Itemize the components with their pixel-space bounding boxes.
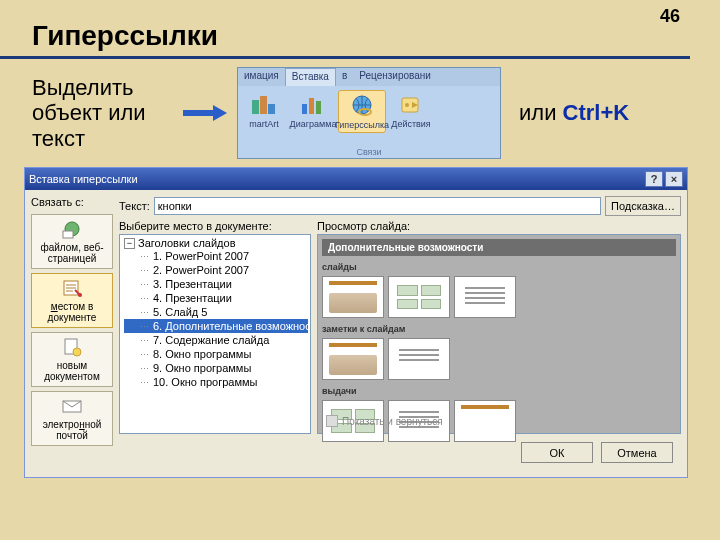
tree-item[interactable]: 5. Слайд 5 [124,305,308,319]
svg-point-13 [78,293,82,297]
svg-rect-5 [316,101,321,114]
page-number: 46 [660,6,680,27]
preview-section: выдачи [322,386,676,396]
smartart-icon [250,92,278,118]
ribbon-chart-button[interactable]: Диаграмма [289,90,337,131]
actions-icon [397,92,425,118]
ribbon-smartart-button[interactable]: martArt [240,90,288,131]
svg-rect-2 [268,104,275,114]
dialog-titlebar: Вставка гиперссылки ? × [25,168,687,190]
preview-label: Просмотр слайда: [317,220,681,232]
tree-item[interactable]: 7. Содержание слайда [124,333,308,347]
ribbon-group-label: Связи [238,147,500,157]
ribbon-hyperlink-button[interactable]: Гиперссылка [338,90,386,133]
slide-preview: Дополнительные возможности слайды заметк… [317,234,681,434]
link-file-web-button[interactable]: файлом, веб-страницей [31,214,113,269]
ribbon-tab-active[interactable]: Вставка [285,68,336,86]
chart-icon [299,92,327,118]
hint-button[interactable]: Подсказка… [605,196,681,216]
thumb [454,276,516,318]
ribbon-label: Гиперссылка [335,121,389,130]
link-email-button[interactable]: электронной почтой [31,391,113,446]
text-label: Текст: [119,200,150,212]
ok-button[interactable]: ОК [521,442,593,463]
shortcut-key: Ctrl+K [563,100,630,125]
shortcut-text: или Ctrl+K [519,100,629,126]
svg-point-9 [405,103,409,107]
show-return-row: Показать и вернуться [326,415,443,427]
tree-item[interactable]: 4. Презентации [124,291,308,305]
ribbon-label: martArt [249,120,279,129]
show-return-label: Показать и вернуться [342,416,443,427]
ribbon-label: Действия [391,120,430,129]
dialog-title: Вставка гиперссылки [29,173,138,185]
text-input[interactable] [154,197,601,215]
svg-rect-11 [63,231,73,238]
svg-rect-0 [252,100,259,114]
ribbon-tab[interactable]: в [336,68,353,86]
hyperlink-icon [348,93,376,119]
svg-point-15 [73,348,81,356]
cancel-button[interactable]: Отмена [601,442,673,463]
tree-item[interactable]: 2. PowerPoint 2007 [124,263,308,277]
help-button[interactable]: ? [645,171,663,187]
preview-section: заметки к слайдам [322,324,676,334]
thumb [388,276,450,318]
thumb [388,338,450,380]
svg-rect-3 [302,104,307,114]
preview-section: слайды [322,262,676,272]
file-web-icon [61,219,83,239]
tree-item[interactable]: 10. Окно программы [124,375,308,389]
ribbon-label: Диаграмма [290,120,337,129]
ribbon-actions-button[interactable]: Действия [387,90,435,131]
show-return-checkbox[interactable] [326,415,338,427]
link-newdoc-button[interactable]: новым документом [31,332,113,387]
tree-item[interactable]: 8. Окно программы [124,347,308,361]
hyperlink-dialog: Вставка гиперссылки ? × Связать с: файло… [24,167,688,478]
thumb [322,276,384,318]
ribbon: имация Вставка в Рецензировани martArt Д… [237,67,501,159]
ribbon-tab[interactable]: Рецензировани [353,68,437,86]
svg-rect-1 [260,96,267,114]
preview-title: Дополнительные возможности [322,239,676,256]
tree-root[interactable]: − Заголовки слайдов [124,237,308,249]
tree-item[interactable]: 3. Презентации [124,277,308,291]
newdoc-icon [61,337,83,357]
arrow-icon [183,106,231,120]
instruction-text: Выделить объект или текст [32,75,177,151]
link-to-label: Связать с: [31,196,113,208]
ribbon-tab[interactable]: имация [238,68,285,86]
slide-title: Гиперссылки [0,0,690,59]
tree-item-selected[interactable]: 6. Дополнительные возможнос [124,319,308,333]
tree-label: Выберите место в документе: [119,220,311,232]
thumb [454,400,516,442]
place-icon [61,278,83,298]
tree-item[interactable]: 9. Окно программы [124,361,308,375]
ribbon-tabs: имация Вставка в Рецензировани [238,68,500,86]
link-place-button[interactable]: местом в документе [31,273,113,328]
close-button[interactable]: × [665,171,683,187]
tree-view[interactable]: − Заголовки слайдов 1. PowerPoint 2007 2… [119,234,311,434]
tree-item[interactable]: 1. PowerPoint 2007 [124,249,308,263]
email-icon [61,396,83,416]
svg-rect-4 [309,98,314,114]
collapse-icon[interactable]: − [124,238,135,249]
thumb [322,338,384,380]
